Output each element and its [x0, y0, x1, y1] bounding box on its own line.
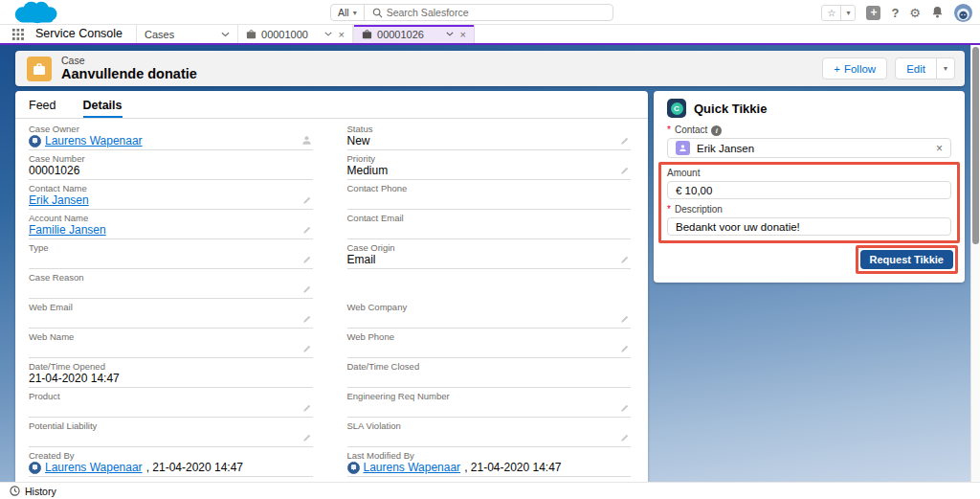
edit-pencil-icon[interactable] [620, 403, 630, 413]
more-actions-dropdown[interactable]: ▾ [937, 57, 955, 79]
search-scope-selector[interactable]: All ▾ [331, 5, 365, 20]
contact-name-link[interactable]: Erik Jansen [29, 194, 89, 207]
edit-button-group: Edit ▾ [895, 57, 955, 79]
edit-pencil-icon[interactable] [620, 166, 630, 175]
edit-pencil-icon[interactable] [302, 403, 312, 413]
last-modified-datetime: , 21-04-2020 14:47 [464, 462, 561, 474]
chevron-down-icon[interactable] [446, 32, 454, 36]
edit-pencil-icon[interactable] [620, 433, 630, 442]
edit-button[interactable]: Edit [895, 57, 937, 79]
field-case-reason: Case Reason [29, 269, 313, 299]
contact-lookup-pill[interactable]: Erik Jansen × [667, 138, 951, 158]
contact-entity-icon [676, 141, 690, 155]
global-actions-icon[interactable]: + [866, 6, 880, 20]
tikkie-logo-glyph: C [671, 102, 683, 115]
edit-pencil-icon[interactable] [302, 255, 312, 264]
field-label: Case Owner [29, 124, 298, 134]
request-tikkie-button[interactable]: Request Tikkie [860, 250, 953, 269]
field-type: Type [29, 239, 313, 269]
workspace-tab-label: 00001000 [261, 29, 320, 40]
field-label: Contact Name [29, 183, 298, 193]
close-tab-icon[interactable]: × [458, 29, 466, 40]
field-value: 00001026 [29, 165, 79, 177]
created-by-link[interactable]: Laurens Wapenaar [45, 462, 143, 474]
field-datetime-opened: Date/Time Opened 21-04-2020 14:47 [29, 358, 313, 388]
follow-label: Follow [844, 63, 876, 75]
change-owner-icon[interactable] [301, 135, 312, 146]
page-actions: + Follow Edit ▾ [822, 57, 955, 79]
workspace-tab-00001026[interactable]: 00001026 × [353, 25, 475, 43]
chevron-down-icon[interactable] [324, 32, 332, 36]
workspace-tab-00001000[interactable]: 00001000 × [237, 25, 353, 43]
header-actions: ☆ ▾ + ? ⚙ [821, 0, 972, 25]
nav-tab-cases[interactable]: Cases [136, 25, 237, 43]
edit-pencil-icon[interactable] [302, 195, 312, 205]
history-utility-item[interactable]: History [25, 486, 56, 497]
field-label: Created By [29, 450, 313, 461]
field-status: Status New [347, 121, 632, 150]
field-contact-name: Contact Name Erik Jansen [29, 180, 313, 210]
description-input[interactable] [667, 217, 951, 236]
quick-tikkie-actions: Request Tikkie [660, 245, 958, 274]
plus-icon: + [834, 63, 840, 75]
tab-details[interactable]: Details [83, 91, 122, 118]
field-label: Status [347, 124, 616, 134]
tikkie-app-icon: C [667, 99, 686, 118]
amount-field-label: Amount [667, 168, 951, 179]
remove-contact-icon[interactable]: × [936, 142, 943, 155]
quick-tikkie-header: C Quick Tikkie [667, 99, 951, 118]
edit-pencil-icon[interactable] [620, 344, 630, 353]
field-value: Email [347, 254, 376, 266]
close-tab-icon[interactable]: × [337, 29, 345, 40]
description-label-text: Description [675, 204, 723, 215]
edit-pencil-icon[interactable] [620, 255, 630, 264]
case-briefcase-icon [246, 30, 256, 39]
edit-pencil-icon[interactable] [302, 284, 312, 294]
edit-pencil-icon[interactable] [302, 225, 312, 235]
edit-pencil-icon[interactable] [620, 314, 630, 324]
field-web-phone: Web Phone [347, 329, 632, 358]
field-label: Contact Phone [347, 183, 632, 193]
case-owner-link[interactable]: Laurens Wapenaar [45, 135, 143, 147]
favorites-dropdown-icon[interactable]: ▾ [840, 6, 855, 20]
edit-pencil-icon[interactable] [302, 433, 312, 442]
field-label: Potential Liability [29, 420, 298, 431]
field-label: Date/Time Opened [29, 361, 313, 372]
setup-gear-icon[interactable]: ⚙ [909, 7, 921, 19]
amount-label-text: Amount [667, 168, 700, 179]
favorites-button-group: ☆ ▾ [821, 5, 856, 21]
tab-feed[interactable]: Feed [29, 91, 56, 118]
entity-label: Case [61, 55, 85, 66]
field-label: Date/Time Closed [347, 361, 632, 372]
app-name: Service Console [24, 25, 136, 43]
edit-pencil-icon[interactable] [302, 314, 312, 324]
help-icon[interactable]: ? [891, 7, 899, 19]
field-account-name: Account Name Familie Jansen [29, 210, 313, 239]
empty-grid-cell [347, 269, 632, 299]
favorite-star-icon[interactable]: ☆ [822, 6, 840, 20]
record-detail-card: Feed Details Case Owner Laurens Wapenaar… [15, 91, 648, 482]
edit-pencil-icon[interactable] [302, 344, 312, 353]
console-nav-bar: Service Console Cases 00001000 × 0000102… [0, 25, 980, 43]
notifications-bell-icon[interactable] [931, 6, 944, 20]
field-contact-email: Contact Email [347, 210, 632, 239]
field-label: Type [29, 242, 298, 253]
account-name-link[interactable]: Familie Jansen [29, 224, 106, 237]
scrollbar-thumb[interactable] [972, 47, 979, 244]
follow-button[interactable]: + Follow [822, 57, 887, 79]
search-input[interactable] [387, 7, 612, 18]
user-avatar[interactable] [954, 4, 972, 22]
info-icon[interactable]: i [711, 125, 722, 136]
app-launcher-icon[interactable] [11, 28, 24, 40]
field-label: Engineering Req Number [347, 391, 616, 401]
edit-pencil-icon[interactable] [620, 136, 630, 146]
last-modified-by-link[interactable]: Laurens Wapenaar [364, 462, 461, 474]
global-header: All ▾ ☆ ▾ + ? ⚙ [0, 0, 980, 25]
quick-tikkie-panel: C Quick Tikkie * Contact i Erik Jansen ×… [654, 91, 965, 283]
history-clock-icon [10, 486, 20, 496]
scrollbar-track[interactable] [970, 45, 980, 482]
case-page-header: Case Aanvullende donatie + Follow Edit ▾ [15, 51, 965, 86]
field-label: Case Reason [29, 272, 298, 283]
amount-input[interactable] [667, 181, 951, 199]
chevron-down-icon[interactable] [221, 32, 230, 37]
